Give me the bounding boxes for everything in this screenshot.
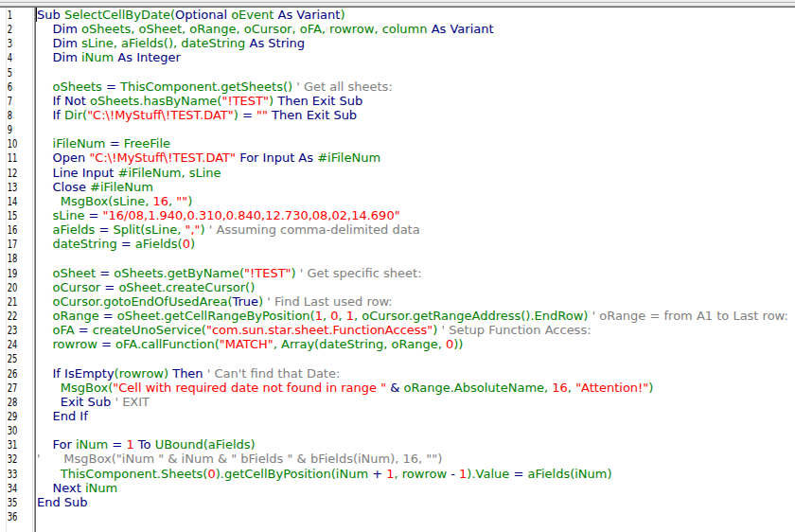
- token-keyword[interactable]: End If: [37, 409, 88, 423]
- token-identifier[interactable]: oSheet.getCellRangeByPosition(: [114, 309, 315, 323]
- token-identifier[interactable]: #iFileNum: [90, 180, 153, 194]
- token-identifier[interactable]: aFields: [37, 222, 98, 237]
- token-identifier[interactable]: iNum: [81, 50, 117, 64]
- token-literal[interactable]: "!TEST": [221, 94, 269, 108]
- token-identifier[interactable]: iFileNum: [37, 136, 110, 151]
- token-keyword[interactable]: =: [98, 222, 109, 237]
- token-keyword[interactable]: =: [79, 323, 89, 337]
- token-keyword[interactable]: Then Exit Sub: [272, 108, 357, 122]
- token-identifier[interactable]: SelectCellByDate(: [64, 8, 175, 22]
- token-literal[interactable]: "Cell with required date not found in ra…: [113, 381, 390, 395]
- token-keyword[interactable]: Dim: [37, 50, 81, 64]
- code-line-19[interactable]: oSheet = oSheets.getByName("!TEST") ' Ge…: [36, 266, 795, 280]
- token-keyword[interactable]: Dim: [37, 36, 81, 50]
- token-identifier[interactable]: ): [201, 222, 209, 237]
- token-identifier[interactable]: )): [453, 337, 463, 351]
- token-identifier[interactable]: iNum: [85, 481, 117, 495]
- code-line-10[interactable]: iFileNum = FreeFile: [36, 136, 795, 151]
- code-line-21[interactable]: oCursor.gotoEndOfUsedArea(True) ' Find L…: [36, 294, 795, 309]
- code-line-7[interactable]: If Not oSheets.hasByName("!TEST") Then E…: [36, 94, 795, 108]
- token-identifier[interactable]: oRange.AbsoluteName,: [404, 381, 553, 395]
- code-line-22[interactable]: oRange = oSheet.getCellRangeByPosition(1…: [36, 309, 795, 323]
- token-comment[interactable]: ' Get all sheets:: [296, 80, 393, 94]
- token-identifier[interactable]: oEvent: [227, 8, 277, 22]
- code-line-3[interactable]: Dim sLine, aFields(), dateString As Stri…: [36, 36, 795, 50]
- token-comment[interactable]: ' MsgBox("iNum " & iNum & " bFields " & …: [37, 452, 442, 466]
- token-identifier[interactable]: oSheets: [37, 80, 106, 94]
- token-keyword[interactable]: Line Input: [37, 166, 118, 180]
- code-line-24[interactable]: rowrow = oFA.callFunction("MATCH", Array…: [36, 337, 795, 351]
- token-literal[interactable]: "Attention!": [575, 381, 648, 395]
- token-identifier[interactable]: ): [433, 323, 441, 337]
- token-identifier[interactable]: ,: [323, 309, 330, 323]
- token-identifier[interactable]: dateString: [37, 237, 121, 251]
- token-keyword[interactable]: As Integer: [117, 50, 181, 64]
- token-keyword[interactable]: For: [37, 437, 76, 452]
- token-keyword[interactable]: Close: [37, 180, 90, 194]
- code-line-16[interactable]: aFields = Split(sLine, ",") ' Assuming c…: [36, 222, 795, 237]
- token-keyword[interactable]: =: [99, 266, 110, 280]
- token-identifier[interactable]: ).getCellByPosition(iNum: [216, 467, 373, 481]
- token-identifier[interactable]: ): [269, 94, 277, 108]
- code-line-30[interactable]: [36, 423, 795, 437]
- token-identifier[interactable]: ): [340, 8, 344, 22]
- token-identifier[interactable]: ).Value: [467, 467, 513, 481]
- token-comment[interactable]: ' Setup Function Access:: [442, 323, 592, 337]
- token-identifier[interactable]: oSheet: [37, 266, 99, 280]
- code-line-2[interactable]: Dim oSheets, oSheet, oRange, oCursor, oF…: [36, 22, 795, 36]
- token-identifier[interactable]: , oCursor.getRangeAddress().EndRow): [354, 309, 592, 323]
- token-keyword[interactable]: If: [37, 108, 64, 122]
- code-line-1[interactable]: Sub SelectCellByDate(Optional oEvent As …: [36, 8, 795, 22]
- code-line-15[interactable]: sLine = "16/08,1.940,0.310,0.840,12.730,…: [36, 208, 795, 222]
- token-identifier[interactable]: createUnoService(: [89, 323, 206, 337]
- token-identifier[interactable]: , Array(dateString, oRange,: [274, 337, 446, 351]
- code-line-14[interactable]: MsgBox(sLine, 16, ""): [36, 194, 795, 208]
- token-keyword[interactable]: Then Exit Sub: [277, 94, 362, 108]
- code-line-34[interactable]: Next iNum: [36, 481, 795, 495]
- token-comment[interactable]: ' Assuming comma-delimited data: [209, 222, 420, 237]
- code-line-28[interactable]: Exit Sub ' EXIT: [36, 395, 795, 409]
- token-keyword[interactable]: =: [103, 309, 114, 323]
- code-line-11[interactable]: Open "C:\!MyStuff\!TEST.DAT" For Input A…: [36, 151, 795, 165]
- token-keyword[interactable]: =: [242, 108, 256, 122]
- token-literal[interactable]: "!TEST": [244, 266, 292, 280]
- token-identifier[interactable]: , rowrow: [395, 467, 451, 481]
- token-identifier[interactable]: UBound(aFields): [155, 437, 256, 452]
- token-keyword[interactable]: =: [112, 437, 126, 452]
- token-keyword[interactable]: As Variant: [278, 8, 341, 22]
- token-identifier[interactable]: ): [187, 194, 192, 208]
- token-literal[interactable]: "com.sun.star.sheet.FunctionAccess": [206, 323, 433, 337]
- token-identifier[interactable]: Dir(: [64, 108, 87, 122]
- token-identifier[interactable]: (rowrow): [115, 366, 173, 381]
- token-identifier[interactable]: oSheets, oSheet, oRange, oCursor, oFA, r…: [81, 22, 432, 36]
- token-identifier[interactable]: ThisComponent.Sheets(: [37, 467, 207, 481]
- code-line-18[interactable]: [36, 251, 795, 265]
- code-line-31[interactable]: For iNum = 1 To UBound(aFields): [36, 437, 795, 452]
- code-line-4[interactable]: Dim iNum As Integer: [36, 50, 795, 64]
- token-keyword[interactable]: =: [89, 208, 99, 222]
- code-line-12[interactable]: Line Input #iFileNum, sLine: [36, 166, 795, 180]
- token-keyword[interactable]: =: [101, 337, 112, 351]
- token-identifier[interactable]: ,: [168, 194, 176, 208]
- token-comment[interactable]: ' Find Last used row:: [267, 294, 392, 309]
- token-literal[interactable]: 1: [386, 467, 394, 481]
- code-line-17[interactable]: dateString = aFields(0): [36, 237, 795, 251]
- code-line-32[interactable]: ' MsgBox("iNum " & iNum & " bFields " & …: [36, 452, 795, 466]
- token-identifier[interactable]: oFA: [37, 323, 79, 337]
- token-keyword[interactable]: +: [372, 467, 382, 481]
- token-literal[interactable]: 0: [330, 309, 338, 323]
- token-literal[interactable]: "": [176, 194, 187, 208]
- token-identifier[interactable]: ): [190, 237, 195, 251]
- token-literal[interactable]: "MATCH": [220, 337, 274, 351]
- token-comment[interactable]: ' oRange = from A1 to Last row:: [592, 309, 788, 323]
- code-line-20[interactable]: oCursor = oSheet.createCursor(): [36, 280, 795, 294]
- token-identifier[interactable]: rowrow: [37, 337, 101, 351]
- token-identifier[interactable]: #iFileNum: [317, 151, 380, 165]
- token-literal[interactable]: 1: [315, 309, 323, 323]
- token-identifier[interactable]: #iFileNum, sLine: [118, 166, 221, 180]
- token-comment[interactable]: ' Get specific sheet:: [300, 266, 422, 280]
- token-keyword[interactable]: =: [104, 280, 115, 294]
- code-line-36[interactable]: [36, 509, 795, 523]
- token-literal[interactable]: "C:\!MyStuff\!TEST.DAT": [87, 108, 234, 122]
- token-identifier[interactable]: sLine, aFields(), dateString: [81, 36, 250, 50]
